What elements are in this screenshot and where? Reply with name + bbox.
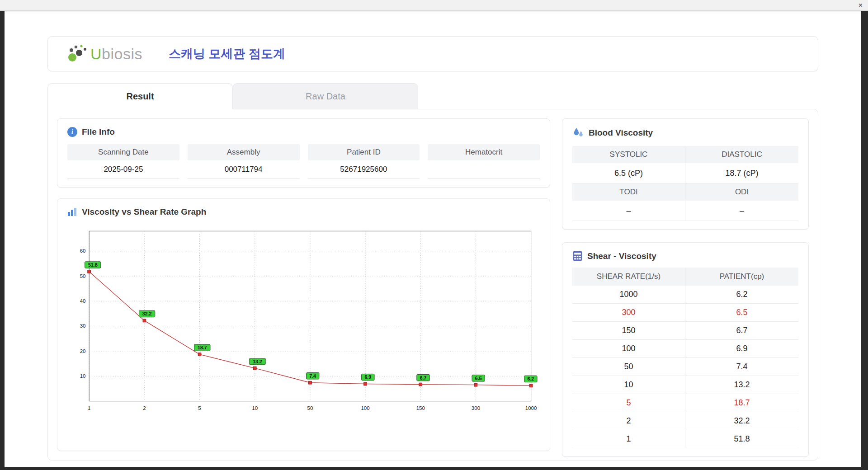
svg-text:13.2: 13.2 bbox=[253, 359, 262, 364]
window-titlebar: × bbox=[0, 0, 868, 11]
table-row: 3006.5 bbox=[572, 304, 798, 322]
field-patient-id: Patient ID 52671925600 bbox=[308, 144, 420, 179]
file-info-header: i File Info bbox=[67, 127, 540, 137]
tab-bar: Result Raw Data bbox=[47, 83, 818, 109]
field-value: 2025-09-25 bbox=[67, 160, 179, 179]
svg-text:6.7: 6.7 bbox=[420, 375, 427, 381]
field-scanning-date: Scanning Date 2025-09-25 bbox=[67, 144, 179, 179]
app-window: Ubiosis 스캐닝 모세관 점도계 Result Raw Data i Fi… bbox=[5, 11, 861, 467]
page-title: 스캐닝 모세관 점도계 bbox=[169, 46, 285, 62]
blood-viscosity-grid: SYSTOLIC DIASTOLIC 6.5 (cP) 18.7 (cP) TO… bbox=[572, 146, 798, 221]
shear-rate-cell: 10 bbox=[572, 376, 685, 394]
graph-header: Viscosity vs Shear Rate Graph bbox=[67, 207, 540, 217]
tab-result[interactable]: Result bbox=[47, 83, 233, 109]
table-row: 10006.2 bbox=[572, 286, 798, 304]
ubiosis-logo-text: Ubiosis bbox=[90, 45, 142, 63]
field-label: Assembly bbox=[188, 144, 300, 160]
file-info-card: i File Info Scanning Date 2025-09-25 Ass… bbox=[57, 118, 550, 188]
svg-text:100: 100 bbox=[361, 405, 369, 411]
field-assembly: Assembly 000711794 bbox=[188, 144, 300, 179]
table-row: 507.4 bbox=[572, 358, 798, 376]
patient-cell: 6.9 bbox=[685, 340, 798, 357]
shear-rate-cell: 100 bbox=[572, 340, 685, 357]
patient-cell: 6.7 bbox=[685, 322, 798, 339]
svg-text:32.2: 32.2 bbox=[142, 311, 152, 316]
shear-rate-cell: 1000 bbox=[572, 286, 685, 303]
ubiosis-logo-icon bbox=[67, 44, 88, 64]
shear-table-header: SHEAR RATE(1/s) PATIENT(cp) bbox=[572, 268, 798, 286]
table-row: 232.2 bbox=[572, 412, 798, 430]
app-header: Ubiosis 스캐닝 모세관 점도계 bbox=[47, 36, 818, 71]
svg-text:18.7: 18.7 bbox=[198, 345, 207, 350]
column-shear-rate: SHEAR RATE(1/s) bbox=[572, 268, 685, 286]
column-patient: PATIENT(cp) bbox=[685, 268, 798, 286]
todi-label: TODI bbox=[572, 183, 685, 201]
shear-rate-cell: 50 bbox=[572, 358, 685, 376]
table-row: 518.7 bbox=[572, 394, 798, 412]
svg-text:10: 10 bbox=[80, 373, 86, 379]
shear-rate-cell: 2 bbox=[572, 412, 685, 430]
svg-text:10: 10 bbox=[252, 405, 258, 411]
file-info-title: File Info bbox=[82, 127, 115, 137]
table-row: 1013.2 bbox=[572, 376, 798, 394]
svg-text:6.9: 6.9 bbox=[365, 374, 372, 380]
svg-text:6.2: 6.2 bbox=[528, 376, 534, 381]
field-label: Hematocrit bbox=[428, 144, 540, 160]
svg-text:150: 150 bbox=[416, 405, 425, 411]
patient-cell: 6.2 bbox=[685, 286, 798, 303]
shear-rate-cell: 300 bbox=[572, 304, 685, 321]
svg-text:60: 60 bbox=[80, 248, 86, 254]
svg-text:7.4: 7.4 bbox=[309, 373, 316, 379]
shear-rate-cell: 1 bbox=[572, 430, 685, 448]
blood-drops-icon bbox=[572, 127, 584, 139]
info-icon: i bbox=[67, 127, 77, 137]
field-value bbox=[428, 160, 540, 179]
svg-text:300: 300 bbox=[472, 405, 480, 411]
bar-chart-icon bbox=[67, 207, 77, 216]
svg-text:5: 5 bbox=[198, 405, 201, 411]
shear-rate-cell: 5 bbox=[572, 394, 685, 412]
svg-text:50: 50 bbox=[80, 273, 86, 279]
result-panel: i File Info Scanning Date 2025-09-25 Ass… bbox=[47, 109, 818, 461]
patient-cell: 51.8 bbox=[685, 430, 798, 448]
patient-cell: 13.2 bbox=[685, 376, 798, 394]
diastolic-value: 18.7 (cP) bbox=[685, 163, 798, 183]
svg-text:6.5: 6.5 bbox=[475, 376, 482, 381]
svg-text:30: 30 bbox=[80, 323, 86, 329]
systolic-label: SYSTOLIC bbox=[572, 146, 685, 163]
tab-raw-data[interactable]: Raw Data bbox=[233, 83, 418, 109]
field-label: Patient ID bbox=[308, 144, 420, 160]
patient-cell: 6.5 bbox=[685, 304, 798, 321]
shear-table-body: 10006.23006.51506.71006.9507.41013.2518.… bbox=[572, 286, 798, 448]
graph-title: Viscosity vs Shear Rate Graph bbox=[82, 207, 206, 217]
blood-viscosity-header: Blood Viscosity bbox=[572, 127, 798, 139]
odi-label: ODI bbox=[685, 183, 798, 201]
blood-viscosity-card: Blood Viscosity SYSTOLIC DIASTOLIC 6.5 (… bbox=[562, 118, 809, 230]
shear-viscosity-card: Shear - Viscosity SHEAR RATE(1/s) PATIEN… bbox=[562, 242, 809, 457]
svg-text:51.8: 51.8 bbox=[88, 262, 98, 268]
diastolic-label: DIASTOLIC bbox=[685, 146, 798, 163]
ubiosis-logo: Ubiosis bbox=[67, 44, 142, 64]
odi-value: – bbox=[685, 201, 798, 221]
patient-cell: 32.2 bbox=[685, 412, 798, 430]
table-row: 1506.7 bbox=[572, 322, 798, 340]
shear-viscosity-header: Shear - Viscosity bbox=[572, 251, 798, 261]
svg-text:1: 1 bbox=[88, 405, 90, 411]
patient-cell: 18.7 bbox=[685, 394, 798, 412]
svg-text:1000: 1000 bbox=[525, 405, 537, 411]
todi-value: – bbox=[572, 201, 685, 221]
field-label: Scanning Date bbox=[67, 144, 179, 160]
shear-rate-cell: 150 bbox=[572, 322, 685, 339]
close-icon[interactable]: × bbox=[859, 1, 863, 10]
patient-cell: 7.4 bbox=[685, 358, 798, 376]
svg-text:20: 20 bbox=[80, 348, 86, 354]
svg-text:40: 40 bbox=[80, 298, 86, 304]
field-value: 000711794 bbox=[188, 160, 300, 179]
field-value: 52671925600 bbox=[308, 160, 420, 179]
svg-text:50: 50 bbox=[307, 405, 313, 411]
systolic-value: 6.5 (cP) bbox=[572, 163, 685, 183]
table-icon bbox=[572, 251, 583, 261]
blood-viscosity-title: Blood Viscosity bbox=[589, 128, 653, 138]
field-hematocrit: Hematocrit bbox=[428, 144, 540, 179]
table-row: 1006.9 bbox=[572, 340, 798, 358]
